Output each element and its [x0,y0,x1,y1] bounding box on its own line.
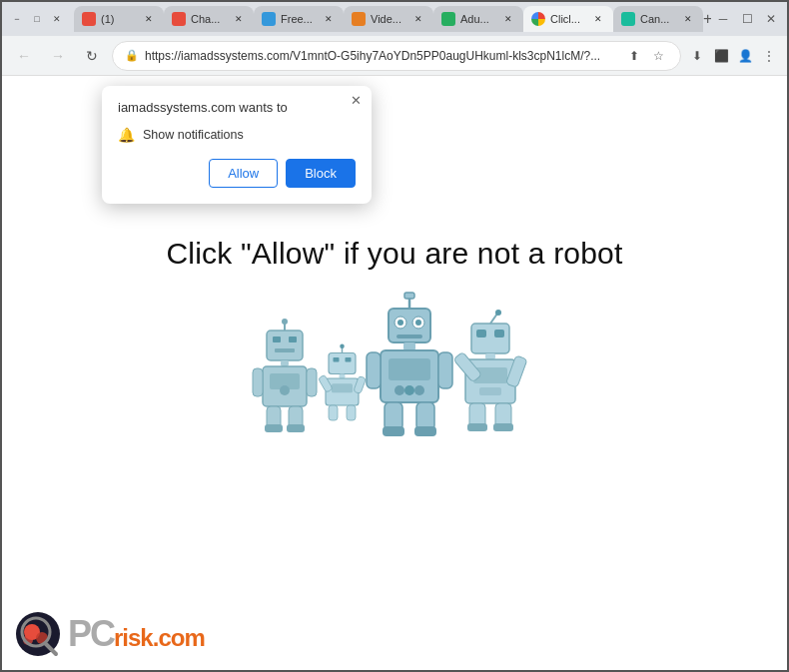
notification-popup: ✕ iamadssystems.com wants to 🔔 Show noti… [102,86,372,204]
tab-favicon-2 [172,12,186,26]
tab-close-3[interactable]: ✕ [322,12,336,26]
address-right-icons: ⬆ ☆ [624,46,668,66]
svg-rect-0 [267,331,303,360]
svg-point-9 [280,385,290,395]
tab-4[interactable]: Vide... ✕ [344,6,433,32]
titlebar-minimize-icon[interactable]: ─ [715,11,731,27]
close-button[interactable]: ✕ [50,12,64,26]
tab-5[interactable]: Adu... ✕ [433,6,523,32]
tab-close-2[interactable]: ✕ [232,12,246,26]
svg-rect-48 [471,324,509,353]
toolbar-right: ⬇ ⬛ 👤 ⋮ [687,46,779,66]
tab-label-5: Adu... [460,13,496,25]
svg-point-5 [282,319,288,325]
svg-rect-33 [396,335,422,338]
popup-title: iamadssystems.com wants to [118,100,356,115]
svg-rect-23 [332,383,353,392]
svg-rect-62 [493,423,513,431]
browser-window: − □ ✕ (1) ✕ Cha... ✕ Free... ✕ [0,0,789,672]
svg-rect-16 [329,352,356,373]
svg-point-20 [340,343,345,348]
tab-6-active[interactable]: Clicl... ✕ [523,6,613,32]
popup-notification-row: 🔔 Show notifications [118,127,356,143]
svg-rect-35 [404,293,414,299]
tab-close-1[interactable]: ✕ [142,12,156,26]
tab-label-4: Vide... [371,13,406,25]
svg-point-40 [404,385,414,395]
brand-domain: .com [153,624,205,651]
menu-icon[interactable]: ⋮ [759,46,779,66]
brand-pc: PC [68,613,114,654]
tab-label-6: Clicl... [550,13,586,25]
tab-label-1: (1) [101,13,137,25]
svg-rect-3 [275,348,295,352]
tab-favicon-7 [621,12,635,26]
address-input-wrap[interactable]: 🔒 https://iamadssystems.com/V1mntO-G5ihy… [112,41,681,71]
svg-point-32 [415,320,421,326]
tab-2[interactable]: Cha... ✕ [164,6,254,32]
tab-label-2: Cha... [191,13,227,25]
svg-rect-56 [479,387,501,395]
forward-button[interactable]: → [44,42,72,70]
bell-icon: 🔔 [118,127,135,143]
svg-rect-45 [416,402,434,430]
svg-rect-44 [385,402,402,430]
svg-point-30 [397,320,403,326]
svg-point-52 [495,310,501,316]
titlebar-close-icon[interactable]: ✕ [763,11,779,27]
tab-close-4[interactable]: ✕ [411,12,425,26]
popup-buttons: Allow Block [118,159,356,188]
titlebar-maximize-icon[interactable]: ☐ [739,11,755,27]
brand-risk: risk [114,624,153,651]
share-icon[interactable]: ⬆ [624,46,644,66]
lock-icon: 🔒 [125,49,139,62]
new-tab-button[interactable]: + [703,6,711,32]
svg-rect-2 [289,336,297,342]
minimize-button[interactable]: − [10,12,24,26]
tab-close-5[interactable]: ✕ [501,12,515,26]
svg-point-39 [394,385,404,395]
profile-icon[interactable]: 👤 [735,46,755,66]
popup-close-button[interactable]: ✕ [351,94,362,107]
tab-favicon-3 [262,12,276,26]
tab-close-6[interactable]: ✕ [591,12,605,26]
tab-favicon-1 [82,12,96,26]
svg-rect-27 [347,405,356,420]
svg-rect-1 [273,336,281,342]
brand-name: PCrisk.com [68,613,205,655]
page-heading: Click "Allow" if you are not a robot [166,237,622,271]
svg-rect-53 [485,353,495,359]
tab-favicon-4 [352,12,366,26]
svg-rect-49 [476,330,486,337]
download-icon[interactable]: ⬇ [687,46,707,66]
address-bar: ← → ↻ 🔒 https://iamadssystems.com/V1mntO… [2,36,787,76]
tab-favicon-6 [531,12,545,26]
address-url: https://iamadssystems.com/V1mntO-G5ihy7A… [145,49,618,63]
svg-rect-10 [253,368,263,396]
svg-rect-6 [281,360,289,366]
bookmark-icon[interactable]: ☆ [648,46,668,66]
reload-button[interactable]: ↻ [78,42,106,70]
popup-description: Show notifications [143,128,244,142]
allow-button[interactable]: Allow [209,159,278,188]
tabs-bar: (1) ✕ Cha... ✕ Free... ✕ Vide... ✕ [74,6,711,32]
tab-7[interactable]: Can... ✕ [613,6,703,32]
block-button[interactable]: Block [286,159,356,188]
svg-rect-50 [494,330,504,337]
svg-point-41 [414,385,424,395]
maximize-button[interactable]: □ [30,12,44,26]
svg-rect-38 [389,358,430,380]
svg-rect-61 [467,423,487,431]
tab-label-3: Free... [281,13,317,25]
tab-close-7[interactable]: ✕ [681,12,695,26]
window-controls: − □ ✕ [10,12,64,26]
tab-1[interactable]: (1) ✕ [74,6,164,32]
svg-rect-14 [265,424,283,432]
tab-3[interactable]: Free... ✕ [254,6,344,32]
tab-label-7: Can... [640,13,676,25]
svg-rect-18 [346,357,352,362]
extension-icon[interactable]: ⬛ [711,46,731,66]
back-button[interactable]: ← [10,42,38,70]
brand-logo-icon [14,610,62,658]
title-bar-right: ─ ☐ ✕ [715,11,779,27]
